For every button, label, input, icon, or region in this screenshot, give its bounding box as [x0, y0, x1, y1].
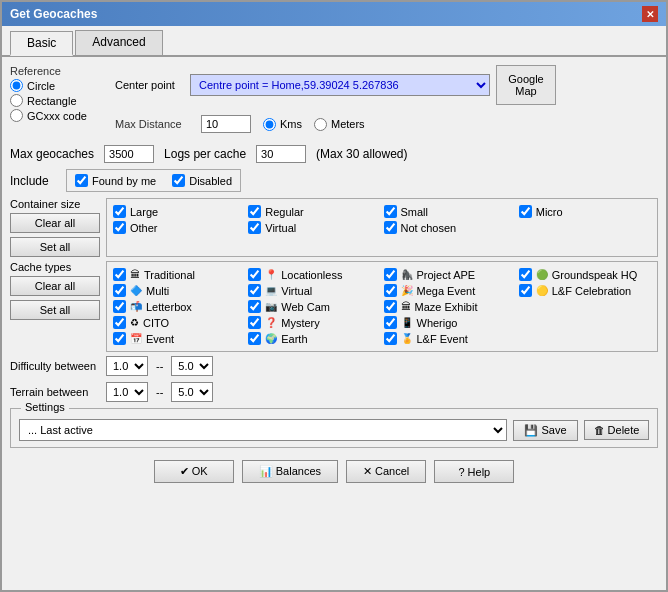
include-disabled[interactable]: Disabled [172, 174, 232, 187]
difficulty-row: Difficulty between 1.0 1.52.02.5 3.03.54… [10, 356, 658, 376]
container-check-grid: Large Regular Small Micro [113, 205, 651, 234]
cito-icon: ♻ [130, 317, 139, 328]
check-traditional[interactable]: 🏛 Traditional [113, 268, 245, 281]
include-box: Found by me Disabled [66, 169, 241, 192]
check-mega-event[interactable]: 🎉 Mega Event [384, 284, 516, 297]
cancel-button[interactable]: ✕ Cancel [346, 460, 426, 483]
max-distance-input[interactable] [201, 115, 251, 133]
check-project-ape[interactable]: 🦍 Project APE [384, 268, 516, 281]
cache-types-clear-button[interactable]: Clear all [10, 276, 100, 296]
include-label: Include [10, 174, 60, 188]
check-lf-celebration[interactable]: 🟡 L&F Celebration [519, 284, 651, 297]
logs-per-cache-label: Logs per cache [164, 147, 246, 161]
google-map-label: GoogleMap [508, 73, 543, 97]
container-buttons: Clear all Set all [10, 213, 100, 257]
check-large[interactable]: Large [113, 205, 245, 218]
check-maze-exhibit[interactable]: 🏛 Maze Exhibit [384, 300, 516, 313]
max-distance-row: Max Distance Kms Meters [115, 115, 658, 133]
cache-type-buttons: Clear all Set all [10, 276, 100, 320]
check-locationless[interactable]: 📍 Locationless [248, 268, 380, 281]
check-earth[interactable]: 🌍 Earth [248, 332, 380, 345]
ok-button[interactable]: ✔ OK [154, 460, 234, 483]
terrain-from-select[interactable]: 1.0 1.52.02.5 3.03.54.0 4.55.0 [106, 382, 148, 402]
help-button[interactable]: ? Help [434, 460, 514, 483]
center-point-section: Center point Centre point = Home,59.3902… [115, 65, 658, 105]
check-multi[interactable]: 🔷 Multi [113, 284, 245, 297]
max-allowed-note: (Max 30 allowed) [316, 147, 407, 161]
maze-exhibit-icon: 🏛 [401, 301, 411, 312]
close-button[interactable]: ✕ [642, 6, 658, 22]
logs-per-cache-input[interactable] [256, 145, 306, 163]
settings-row: ... Last active 💾 Save 🗑 Delete [19, 419, 649, 441]
settings-delete-button[interactable]: 🗑 Delete [584, 420, 649, 440]
tab-basic[interactable]: Basic [10, 31, 73, 56]
reference-label: Reference [10, 65, 105, 77]
main-content: Reference Circle Rectangle GCxxx code [2, 57, 666, 590]
virtual-icon: 💻 [265, 285, 277, 296]
check-groundspeak-hq[interactable]: 🟢 Groundspeak HQ [519, 268, 651, 281]
max-geocaches-input[interactable] [104, 145, 154, 163]
include-found-by-me[interactable]: Found by me [75, 174, 156, 187]
max-geocaches-row: Max geocaches Logs per cache (Max 30 all… [10, 145, 658, 163]
difficulty-separator: -- [154, 360, 165, 372]
lf-event-icon: 🏅 [401, 333, 413, 344]
terrain-row: Terrain between 1.0 1.52.02.5 3.03.54.0 … [10, 382, 658, 402]
check-virtual[interactable]: 💻 Virtual [248, 284, 380, 297]
check-lf-event[interactable]: 🏅 L&F Event [384, 332, 516, 345]
google-map-button[interactable]: GoogleMap [496, 65, 556, 105]
container-clear-button[interactable]: Clear all [10, 213, 100, 233]
locationless-icon: 📍 [265, 269, 277, 280]
cache-types-set-button[interactable]: Set all [10, 300, 100, 320]
container-set-button[interactable]: Set all [10, 237, 100, 257]
center-point-dropdown[interactable]: Centre point = Home,59.39024 5.267836 [190, 74, 490, 96]
multi-icon: 🔷 [130, 285, 142, 296]
difficulty-from-select[interactable]: 1.0 1.52.02.5 3.03.54.0 4.55.0 [106, 356, 148, 376]
radio-circle[interactable]: Circle [10, 79, 105, 92]
check-wherigo[interactable]: 📱 Wherigo [384, 316, 516, 329]
check-small[interactable]: Small [384, 205, 516, 218]
terrain-separator: -- [154, 386, 165, 398]
check-cito[interactable]: ♻ CITO [113, 316, 245, 329]
project-ape-icon: 🦍 [401, 269, 413, 280]
settings-title: Settings [21, 401, 69, 413]
container-checks: Large Regular Small Micro [106, 198, 658, 257]
window-title: Get Geocaches [10, 7, 97, 21]
main-window: Get Geocaches ✕ Basic Advanced Reference… [0, 0, 668, 592]
cache-types-section: Cache types Clear all Set all [10, 261, 100, 352]
reference-group: Circle Rectangle GCxxx code [10, 79, 105, 122]
wherigo-icon: 📱 [401, 317, 413, 328]
difficulty-to-select[interactable]: 1.01.52.02.5 3.03.54.04.5 5.0 [171, 356, 213, 376]
letterbox-icon: 📬 [130, 301, 142, 312]
terrain-label: Terrain between [10, 386, 100, 398]
check-other[interactable]: Other [113, 221, 245, 234]
cache-types-grid: 🏛 Traditional 📍 Locationless 🦍 Project A… [106, 261, 658, 352]
container-size-label: Container size [10, 198, 100, 210]
event-icon: 📅 [130, 333, 142, 344]
check-micro[interactable]: Micro [519, 205, 651, 218]
check-virtual-container[interactable]: Virtual [248, 221, 380, 234]
check-event[interactable]: 📅 Event [113, 332, 245, 345]
check-webcam[interactable]: 📷 Web Cam [248, 300, 380, 313]
check-not-chosen[interactable]: Not chosen [384, 221, 516, 234]
terrain-to-select[interactable]: 1.01.52.02.5 3.03.54.04.5 5.0 [171, 382, 213, 402]
mega-event-icon: 🎉 [401, 285, 413, 296]
radio-rectangle[interactable]: Rectangle [10, 94, 105, 107]
settings-save-button[interactable]: 💾 Save [513, 420, 578, 441]
radio-gccode[interactable]: GCxxx code [10, 109, 105, 122]
center-point-label: Center point [115, 79, 190, 91]
balances-button[interactable]: 📊 Balances [242, 460, 338, 483]
cache-types-label: Cache types [10, 261, 100, 273]
difficulty-label: Difficulty between [10, 360, 100, 372]
radio-kms[interactable]: Kms [263, 118, 302, 131]
traditional-icon: 🏛 [130, 269, 140, 280]
groundspeak-hq-icon: 🟢 [536, 269, 548, 280]
container-size-section: Container size Clear all Set all [10, 198, 100, 257]
tab-bar: Basic Advanced [2, 26, 666, 57]
mystery-icon: ❓ [265, 317, 277, 328]
radio-meters[interactable]: Meters [314, 118, 365, 131]
check-letterbox[interactable]: 📬 Letterbox [113, 300, 245, 313]
tab-advanced[interactable]: Advanced [75, 30, 162, 55]
check-regular[interactable]: Regular [248, 205, 380, 218]
check-mystery[interactable]: ❓ Mystery [248, 316, 380, 329]
settings-dropdown[interactable]: ... Last active [19, 419, 507, 441]
